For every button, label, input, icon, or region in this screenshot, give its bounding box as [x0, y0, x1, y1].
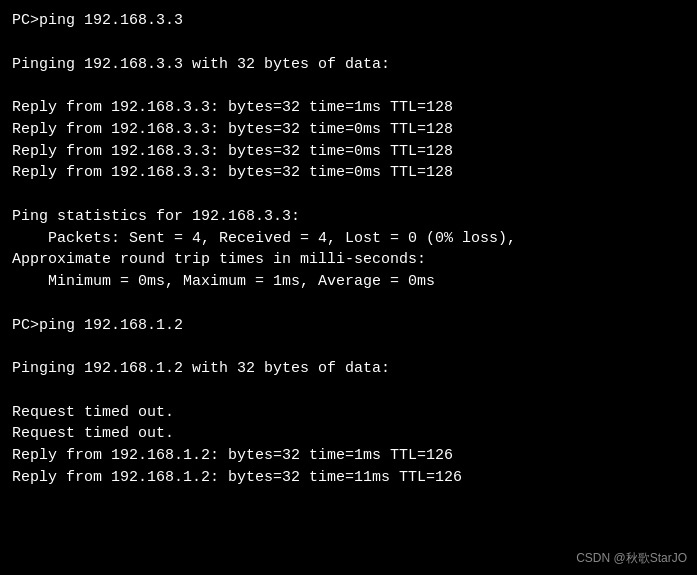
terminal-line: Reply from 192.168.3.3: bytes=32 time=0m…: [12, 119, 685, 141]
terminal-line: [12, 32, 685, 54]
terminal-line: Reply from 192.168.1.2: bytes=32 time=1m…: [12, 445, 685, 467]
terminal-line: Approximate round trip times in milli-se…: [12, 249, 685, 271]
terminal-line: Pinging 192.168.1.2 with 32 bytes of dat…: [12, 358, 685, 380]
terminal-window: PC>ping 192.168.3.3Pinging 192.168.3.3 w…: [0, 0, 697, 575]
terminal-line: Request timed out.: [12, 423, 685, 445]
terminal-line: [12, 380, 685, 402]
terminal-line: Reply from 192.168.3.3: bytes=32 time=1m…: [12, 97, 685, 119]
terminal-line: Minimum = 0ms, Maximum = 1ms, Average = …: [12, 271, 685, 293]
terminal-line: Ping statistics for 192.168.3.3:: [12, 206, 685, 228]
terminal-line: Pinging 192.168.3.3 with 32 bytes of dat…: [12, 54, 685, 76]
terminal-line: Request timed out.: [12, 402, 685, 424]
terminal-line: Reply from 192.168.3.3: bytes=32 time=0m…: [12, 162, 685, 184]
terminal-line: PC>ping 192.168.3.3: [12, 10, 685, 32]
terminal-line: Packets: Sent = 4, Received = 4, Lost = …: [12, 228, 685, 250]
terminal-line: [12, 336, 685, 358]
terminal-line: [12, 75, 685, 97]
watermark: CSDN @秋歌StarJO: [576, 550, 687, 567]
terminal-line: Reply from 192.168.3.3: bytes=32 time=0m…: [12, 141, 685, 163]
terminal-line: Reply from 192.168.1.2: bytes=32 time=11…: [12, 467, 685, 489]
terminal-content: PC>ping 192.168.3.3Pinging 192.168.3.3 w…: [12, 10, 685, 489]
terminal-line: [12, 293, 685, 315]
terminal-line: PC>ping 192.168.1.2: [12, 315, 685, 337]
terminal-line: [12, 184, 685, 206]
